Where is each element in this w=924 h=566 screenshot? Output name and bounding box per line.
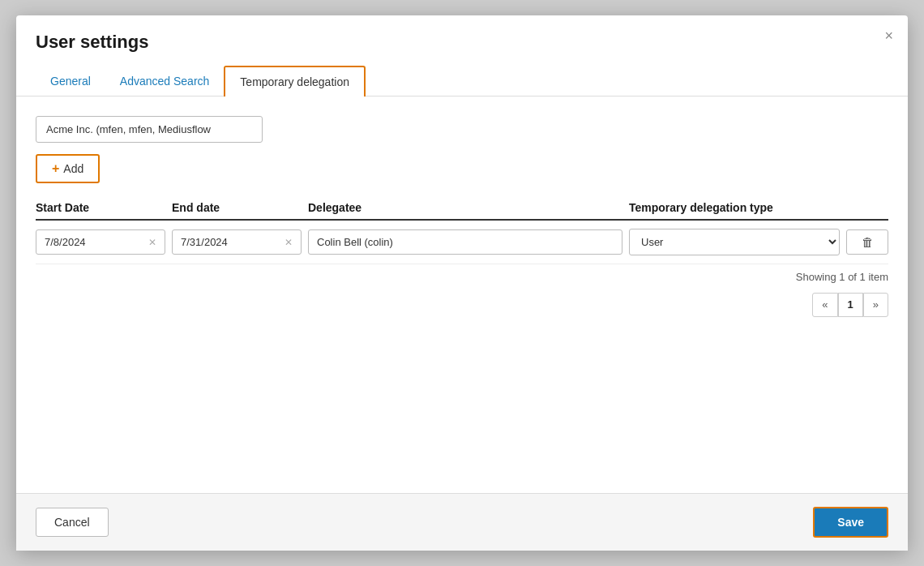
delegatee-value: Colin Bell (colin) [317, 236, 393, 248]
delete-button[interactable]: 🗑 [846, 229, 888, 255]
company-value: Acme Inc. (mfen, mfen, Mediusflow [46, 123, 211, 135]
pagination: « 1 » [36, 293, 888, 317]
modal-title: User settings [36, 32, 888, 53]
col-delegation-type: Temporary delegation type [629, 201, 888, 214]
modal-header: User settings × [16, 15, 908, 66]
save-button[interactable]: Save [813, 507, 888, 538]
user-settings-modal: User settings × General Advanced Search … [16, 15, 908, 551]
end-date-field[interactable]: 7/31/2024 ✕ [172, 229, 302, 255]
table-header: Start Date End date Delegatee Temporary … [36, 201, 888, 221]
tab-general[interactable]: General [36, 66, 105, 96]
start-date-value: 7/8/2024 [45, 236, 86, 248]
col-start-date: Start Date [36, 201, 165, 214]
current-page-button[interactable]: 1 [838, 293, 863, 317]
next-page-button[interactable]: » [863, 293, 888, 317]
tabs-container: General Advanced Search Temporary delega… [16, 66, 908, 96]
modal-footer: Cancel Save [16, 493, 908, 551]
delegation-table: Start Date End date Delegatee Temporary … [36, 201, 888, 317]
tab-temporary-delegation[interactable]: Temporary delegation [224, 66, 366, 96]
modal-body: Acme Inc. (mfen, mfen, Mediusflow + Add … [16, 96, 908, 493]
col-delegatee: Delegatee [308, 201, 622, 214]
close-button[interactable]: × [884, 28, 893, 43]
table-row: 7/8/2024 ✕ 7/31/2024 ✕ Colin Bell (colin… [36, 221, 888, 264]
cancel-button[interactable]: Cancel [36, 508, 109, 537]
delegation-type-select[interactable]: User Admin Manager [629, 229, 840, 255]
col-end-date: End date [172, 201, 302, 214]
plus-icon: + [52, 161, 59, 176]
company-field: Acme Inc. (mfen, mfen, Mediusflow [36, 116, 263, 143]
start-date-field[interactable]: 7/8/2024 ✕ [36, 229, 165, 255]
add-button-label: Add [63, 162, 83, 175]
delegatee-field: Colin Bell (colin) [308, 229, 622, 255]
prev-page-button[interactable]: « [812, 293, 837, 317]
end-date-clear-icon[interactable]: ✕ [284, 237, 293, 248]
add-button[interactable]: + Add [36, 154, 100, 183]
tab-advanced-search[interactable]: Advanced Search [105, 66, 225, 96]
end-date-value: 7/31/2024 [181, 236, 228, 248]
trash-icon: 🗑 [862, 235, 874, 249]
showing-count: Showing 1 of 1 item [36, 264, 888, 286]
start-date-clear-icon[interactable]: ✕ [148, 237, 156, 248]
